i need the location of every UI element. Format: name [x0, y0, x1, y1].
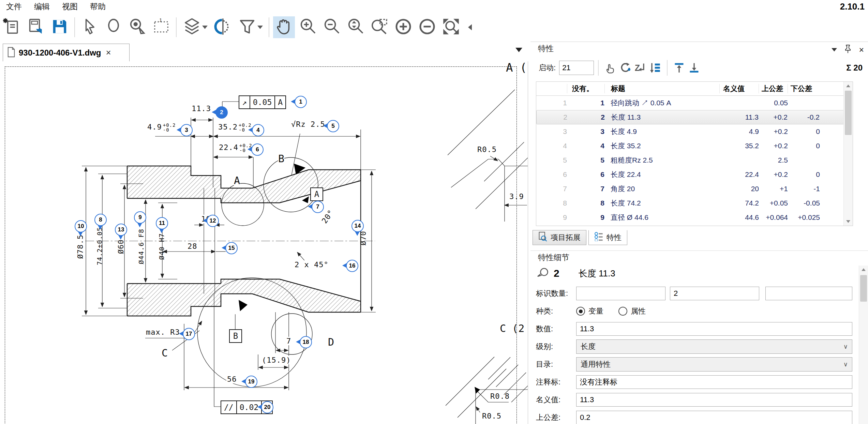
upper-tolerance-input[interactable]	[576, 411, 852, 424]
decrease-size-button[interactable]	[416, 16, 438, 38]
zoom-vertical-button[interactable]	[345, 16, 366, 38]
balloon-5[interactable]: 5	[327, 120, 339, 132]
zoom-window-button[interactable]	[369, 16, 390, 38]
details-scrollbar[interactable]	[859, 266, 868, 424]
balloon-11[interactable]: 11	[156, 217, 168, 229]
id-count-input-2[interactable]	[670, 287, 759, 300]
table-row[interactable]: 77角度 2020+1-1	[536, 182, 853, 196]
id-count-input-3[interactable]	[765, 287, 852, 300]
catalog-select[interactable]: 通用特性∨	[576, 357, 852, 372]
balloon-6[interactable]: 6	[251, 143, 264, 156]
document-tab-bar: 930-1200-406-V1.dwg ×	[0, 42, 528, 62]
zoom-in-button[interactable]	[297, 16, 319, 38]
new-document-icon	[2, 17, 21, 37]
balloon-18[interactable]: 18	[300, 336, 312, 348]
balloon-9[interactable]: 9	[134, 211, 146, 224]
col-lower[interactable]: 下公差	[788, 84, 820, 93]
balloon-13[interactable]: 13	[115, 224, 127, 236]
balloon-stamp-button[interactable]	[103, 16, 124, 38]
radio-attribute[interactable]: 属性	[618, 306, 646, 316]
balloon-20[interactable]: 20	[261, 401, 273, 413]
col-upper[interactable]: 上公差	[759, 84, 788, 93]
sort-list-icon[interactable]	[648, 61, 662, 75]
table-scrollbar[interactable]	[843, 82, 853, 226]
menu-file[interactable]: 文件	[0, 0, 28, 13]
datum-box-a: A	[310, 187, 323, 201]
class-select[interactable]: 长度∨	[576, 339, 852, 354]
panel-close-icon[interactable]: ×	[859, 46, 864, 54]
balloon-1[interactable]: 1	[295, 96, 307, 108]
table-row[interactable]: 33长度 4.94.9+0.20	[536, 124, 853, 139]
col-nominal[interactable]: 名义值	[719, 84, 759, 93]
characteristics-table: 没有。 标题 名义值 上公差 下公差 11径向跳动 ↗ 0.05 A0.05 2…	[536, 81, 853, 226]
table-row[interactable]: 44长度 35.235.2+0.20	[536, 139, 853, 153]
drawing-canvas[interactable]: 11.3 4.9+0.2-0 35.2+0.2-0 22.4+0.2-0 √Rz…	[0, 61, 528, 424]
balloon-14[interactable]: 14	[351, 220, 364, 232]
table-row-selected[interactable]: 22长度 11.311.3+0.2-0.2	[536, 110, 853, 124]
zoom-window-icon	[370, 17, 389, 37]
balloon-15[interactable]: 15	[225, 242, 238, 254]
menu-view[interactable]: 视图	[56, 0, 84, 13]
value-label: 数值:	[536, 324, 576, 334]
balloon-8[interactable]: 8	[94, 214, 107, 226]
balloon-7[interactable]: 7	[312, 201, 324, 213]
detail-label-c: C (2	[500, 322, 524, 334]
layers-dropdown-caret[interactable]	[202, 26, 208, 29]
document-tab[interactable]: 930-1200-406-V1.dwg ×	[3, 44, 130, 61]
pin-icon[interactable]	[844, 45, 851, 55]
dim-ref-15-9: (15.9)	[261, 356, 291, 364]
table-row[interactable]: 99直径 Ø 44.644.6+0.064+0.025	[536, 210, 853, 225]
open-document-button[interactable]	[25, 16, 47, 38]
nominal-row: 名义值:	[530, 392, 868, 407]
table-row[interactable]: 55粗糙度Rz 2.52.5	[536, 153, 853, 167]
value-input[interactable]	[576, 322, 852, 336]
select-cursor-button[interactable]	[79, 16, 101, 38]
tab-close-icon[interactable]: ×	[106, 47, 111, 58]
increase-size-button[interactable]	[392, 16, 414, 38]
dim-length-7: 7	[286, 337, 292, 345]
zoom-fit-button[interactable]	[440, 16, 462, 38]
move-top-icon[interactable]	[672, 61, 686, 75]
balloon-19[interactable]: 19	[245, 376, 257, 388]
balloon-4[interactable]: 4	[252, 124, 264, 136]
filter-dropdown-caret[interactable]	[257, 26, 263, 29]
tab-project-expand[interactable]: 项目拓展	[533, 230, 586, 245]
menu-edit[interactable]: 编辑	[28, 0, 56, 13]
save-button[interactable]	[49, 16, 71, 38]
pick-hand-icon[interactable]	[603, 61, 617, 75]
balloon-10[interactable]: 10	[75, 220, 87, 232]
col-title[interactable]: 标题	[604, 84, 719, 93]
renumber-icon[interactable]	[618, 61, 632, 75]
tab-characteristics[interactable]: 特性	[588, 230, 627, 245]
note-input[interactable]	[576, 375, 852, 389]
id-count-input-1[interactable]	[576, 287, 665, 300]
start-number-input[interactable]	[559, 61, 594, 75]
mirror-split-button[interactable]	[212, 16, 234, 38]
collapse-toolbar-button[interactable]	[464, 16, 476, 38]
balloon-12[interactable]: 12	[207, 215, 219, 227]
balloon-17[interactable]: 17	[183, 328, 195, 340]
nominal-input[interactable]	[576, 393, 852, 407]
region-select-button[interactable]: 1	[150, 16, 172, 38]
zoom-out-button[interactable]	[321, 16, 343, 38]
table-row[interactable]: 11径向跳动 ↗ 0.05 A0.05	[536, 96, 853, 110]
toolbar-separator	[176, 17, 177, 37]
move-bottom-icon[interactable]	[687, 61, 701, 75]
nominal-label: 名义值:	[536, 395, 576, 405]
menu-help[interactable]: 帮助	[84, 0, 112, 13]
pan-button[interactable]	[273, 16, 295, 38]
canvas-menu-caret[interactable]	[515, 48, 522, 52]
z-order-icon[interactable]: Z	[633, 61, 647, 75]
balloon-2[interactable]: 2	[215, 106, 228, 119]
new-document-button[interactable]	[1, 16, 23, 38]
radio-variable[interactable]: 变量	[576, 306, 603, 316]
col-no[interactable]: 没有。	[567, 84, 604, 93]
balloon-16[interactable]: 16	[346, 260, 358, 272]
balloon-3[interactable]: 3	[180, 124, 193, 136]
table-row[interactable]: 88长度 74.274.2+0.05-0.05	[536, 196, 853, 210]
table-row[interactable]: 66长度 22.422.4+0.20	[536, 167, 853, 182]
tag-balloon-button[interactable]	[126, 16, 148, 38]
panel-dropdown-icon[interactable]	[832, 48, 837, 51]
filter-button[interactable]	[236, 16, 265, 38]
layers-button[interactable]	[180, 16, 210, 38]
